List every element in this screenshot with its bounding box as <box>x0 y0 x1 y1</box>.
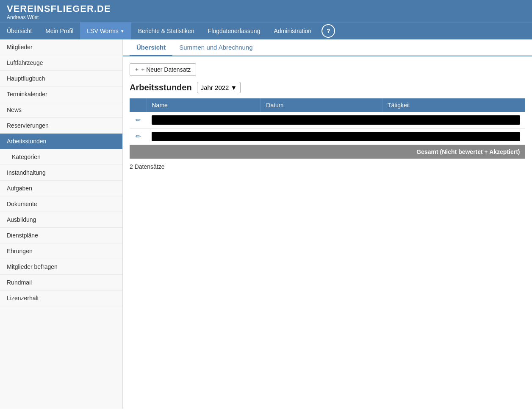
chevron-down-icon: ▼ <box>120 29 125 34</box>
redacted-cell <box>147 128 525 145</box>
sidebar-item-dienstplane[interactable]: Dienstpläne <box>0 228 122 243</box>
table-row: ✏ <box>130 128 525 145</box>
col-tatigkeit: Tätigkeit <box>382 98 525 112</box>
data-table: Name Datum Tätigkeit ✏ <box>130 98 525 159</box>
edit-cell[interactable]: ✏ <box>130 112 147 128</box>
chevron-down-icon: ▼ <box>230 84 237 91</box>
redacted-content <box>152 132 520 141</box>
redacted-content <box>152 115 520 125</box>
tab-summen-abrechnung[interactable]: Summen und Abrechnung <box>172 39 259 56</box>
sidebar-item-luftfahrzeuge[interactable]: Luftfahrzeuge <box>0 55 122 71</box>
sidebar: Mitglieder Luftfahrzeuge Hauptflugbuch T… <box>0 39 123 409</box>
main-content: Übersicht Summen und Abrechnung + + Neue… <box>123 39 532 409</box>
sidebar-item-rundmail[interactable]: Rundmail <box>0 275 122 290</box>
col-datum: Datum <box>261 98 382 112</box>
sidebar-item-lizenzerhalt[interactable]: Lizenzerhalt <box>0 290 122 306</box>
table-footer-row: Gesamt (Nicht bewertet + Akzeptiert) <box>130 145 525 159</box>
content-tabs: Übersicht Summen und Abrechnung <box>123 39 532 56</box>
site-subtitle: Andreas Wüst <box>7 14 525 20</box>
nav-item-flugdaten[interactable]: Flugdatenerfassung <box>201 22 267 39</box>
nav-item-mein-profil[interactable]: Mein Profil <box>39 22 80 39</box>
site-header: VEREINSFLIEGER.DE Andreas Wüst <box>0 0 532 22</box>
title-row: Arbeitsstunden Jahr 2022 ▼ <box>130 82 525 93</box>
nav-item-berichte[interactable]: Berichte & Statistiken <box>131 22 201 39</box>
table-header-row: Name Datum Tätigkeit <box>130 98 525 112</box>
sidebar-item-ehrungen[interactable]: Ehrungen <box>0 243 122 259</box>
section-title: Arbeitsstunden <box>130 83 192 92</box>
sidebar-item-mitglieder-befragen[interactable]: Mitglieder befragen <box>0 259 122 275</box>
footer-cell: Gesamt (Nicht bewertet + Akzeptiert) <box>130 145 525 159</box>
sidebar-item-kategorien[interactable]: Kategorien <box>0 149 122 165</box>
edit-cell[interactable]: ✏ <box>130 128 147 145</box>
sidebar-item-ausbildung[interactable]: Ausbildung <box>0 212 122 228</box>
sidebar-item-dokumente[interactable]: Dokumente <box>0 196 122 212</box>
nav-item-ubersicht[interactable]: Übersicht <box>0 22 39 39</box>
table-row: ✏ <box>130 112 525 128</box>
redacted-cell <box>147 112 525 128</box>
site-title: VEREINSFLIEGER.DE <box>7 3 525 14</box>
edit-icon[interactable]: ✏ <box>136 116 141 123</box>
content-body: + + Neuer Datensatz Arbeitsstunden Jahr … <box>123 56 532 181</box>
sidebar-item-hauptflugbuch[interactable]: Hauptflugbuch <box>0 71 122 87</box>
year-selector[interactable]: Jahr 2022 ▼ <box>197 82 241 93</box>
record-count: 2 Datensätze <box>130 159 525 174</box>
sidebar-item-arbeitsstunden[interactable]: Arbeitsstunden <box>0 134 122 149</box>
col-actions <box>130 98 147 112</box>
plus-icon: + <box>135 66 139 73</box>
nav-item-lsv-worms[interactable]: LSV Worms ▼ <box>80 22 131 39</box>
edit-icon[interactable]: ✏ <box>136 133 141 140</box>
tab-ubersicht[interactable]: Übersicht <box>130 39 172 56</box>
sidebar-item-aufgaben[interactable]: Aufgaben <box>0 181 122 196</box>
sidebar-item-instandhaltung[interactable]: Instandhaltung <box>0 165 122 181</box>
sidebar-item-mitglieder[interactable]: Mitglieder <box>0 39 122 55</box>
sidebar-item-terminkalender[interactable]: Terminkalender <box>0 87 122 102</box>
main-layout: Mitglieder Luftfahrzeuge Hauptflugbuch T… <box>0 39 532 409</box>
new-record-button[interactable]: + + Neuer Datensatz <box>130 63 196 76</box>
help-button[interactable]: ? <box>321 24 335 38</box>
year-label: Jahr 2022 <box>201 84 229 91</box>
col-name: Name <box>147 98 261 112</box>
sidebar-item-news[interactable]: News <box>0 102 122 118</box>
nav-item-administration[interactable]: Administration <box>267 22 318 39</box>
sidebar-item-reservierungen[interactable]: Reservierungen <box>0 118 122 134</box>
top-nav: Übersicht Mein Profil LSV Worms ▼ Berich… <box>0 22 532 39</box>
